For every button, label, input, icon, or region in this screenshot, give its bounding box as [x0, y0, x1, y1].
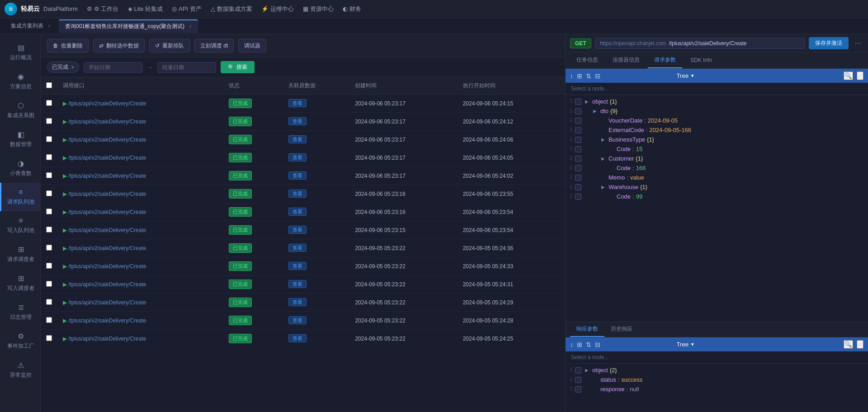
status-filter-remove[interactable]: × [71, 64, 74, 71]
select-all-checkbox[interactable] [46, 82, 52, 88]
tree-checkbox[interactable] [575, 146, 581, 152]
tree-checkbox[interactable] [575, 137, 581, 143]
tree-row[interactable]: ⠿▶ status : success [566, 375, 868, 384]
tree-row[interactable]: ⠿▶ response : null [566, 384, 868, 394]
tree-collapse-btn[interactable]: ⊞ [577, 72, 582, 80]
ref-cell-4[interactable]: 查看 [283, 167, 350, 185]
ref-cell-0[interactable]: 查看 [283, 95, 350, 113]
ref-cell-1[interactable]: 查看 [283, 113, 350, 131]
tree-arrow[interactable]: ▶ [585, 368, 590, 373]
table-row[interactable]: ▶ /tplus/api/v2/saleDelivery/Create 已完成 … [41, 330, 565, 348]
tree-checkbox[interactable] [575, 175, 581, 181]
nav-item-api[interactable]: ◎API 资产 [172, 5, 202, 13]
start-date-input[interactable] [84, 62, 142, 73]
ref-cell-5[interactable]: 查看 [283, 185, 350, 203]
sidebar-item-write-scheduler[interactable]: ⊞ 写入调度者 [0, 269, 40, 298]
nav-item-resource[interactable]: ▦资源中心 [303, 5, 334, 13]
table-row[interactable]: ▶ /tplus/api/v2/saleDelivery/Create 已完成 … [41, 95, 565, 113]
row-checkbox-10[interactable] [46, 281, 52, 287]
nav-item-workbench[interactable]: ⚙⚙ 工作台 [87, 5, 119, 13]
tree-row[interactable]: ⠿▶ dto {9} [566, 106, 868, 116]
ref-cell-7[interactable]: 查看 [283, 221, 350, 239]
row-checkbox-6[interactable] [46, 208, 52, 214]
tree-checkbox[interactable] [575, 386, 581, 393]
status-filter-tag[interactable]: 已完成 × [47, 62, 79, 73]
tree-checkbox[interactable] [575, 194, 581, 200]
data-table-container[interactable]: 调用接口 状态 关联原数据 创建时间 执行开始时间 ▶ /tplus/api/v… [41, 77, 565, 412]
tab-solution-detail[interactable]: 查询001帐套销售出库对接畅捷通_copy(聚合测试) × [59, 19, 198, 33]
nav-item-finance[interactable]: ◐财务 [343, 5, 361, 13]
row-checkbox-2[interactable] [46, 136, 52, 142]
sidebar-item-event[interactable]: ⚙ 事件加工厂 [0, 327, 40, 355]
resp-collapse-btn[interactable]: ⊞ [577, 341, 582, 348]
schedule-dt-button[interactable]: 立刻调度 dt [194, 39, 234, 52]
nav-item-lite[interactable]: ◈Lite 轻集成 [128, 5, 163, 13]
resp-filter-btn[interactable]: ⊟ [595, 341, 600, 348]
ref-cell-9[interactable]: 查看 [283, 257, 350, 275]
table-row[interactable]: ▶ /tplus/api/v2/saleDelivery/Create 已完成 … [41, 167, 565, 185]
tab-sdk-info[interactable]: SDK Info [684, 53, 718, 68]
tab-close-0[interactable]: × [48, 24, 51, 28]
ref-cell-8[interactable]: 查看 [283, 239, 350, 257]
tab-connector-info[interactable]: 连接器信息 [606, 52, 646, 68]
tree-row[interactable]: ⠿▶ VoucherDate : 2024-09-05 [566, 116, 868, 125]
tree-filter-btn[interactable]: ⊟ [595, 72, 600, 80]
tree-checkbox[interactable] [575, 165, 581, 171]
table-row[interactable]: ▶ /tplus/api/v2/saleDelivery/Create 已完成 … [41, 312, 565, 330]
ref-cell-6[interactable]: 查看 [283, 203, 350, 221]
tree-arrow[interactable]: ▶ [601, 185, 607, 189]
table-row[interactable]: ▶ /tplus/api/v2/saleDelivery/Create 已完成 … [41, 203, 565, 221]
tree-row[interactable]: ⠿▶ Code : 166 [566, 163, 868, 173]
sidebar-item-write-queue[interactable]: ≡ 写入队列池 [0, 211, 40, 240]
more-options-button[interactable]: ··· [852, 39, 863, 47]
save-activate-button[interactable]: 保存并激活 [809, 37, 849, 49]
tab-close-1[interactable]: × [189, 24, 192, 29]
tree-checkbox[interactable] [575, 367, 581, 374]
ref-cell-10[interactable]: 查看 [283, 275, 350, 294]
search-button[interactable]: 🔍 搜索 [221, 61, 255, 73]
nav-item-ops[interactable]: ⚡运维中心 [261, 5, 294, 13]
toggle-select-button[interactable]: ⇄ 翻转选中数据 [93, 39, 145, 52]
batch-delete-button[interactable]: 🗑 批量删除 [47, 39, 89, 52]
resp-sort-btn[interactable]: ⇅ [586, 341, 591, 348]
sidebar-item-req-queue[interactable]: ≡ 请求队列池 [0, 183, 40, 211]
tab-solution-list[interactable]: 集成方案列表 × [5, 19, 57, 33]
tab-response-params[interactable]: 响应参数 [570, 322, 604, 337]
tree-search-btn[interactable]: 🔍 [844, 71, 853, 80]
table-row[interactable]: ▶ /tplus/api/v2/saleDelivery/Create 已完成 … [41, 185, 565, 203]
table-row[interactable]: ▶ /tplus/api/v2/saleDelivery/Create 已完成 … [41, 221, 565, 239]
table-row[interactable]: ▶ /tplus/api/v2/saleDelivery/Create 已完成 … [41, 149, 565, 167]
tree-checkbox[interactable] [575, 127, 581, 133]
tree-checkbox[interactable] [575, 99, 581, 105]
tree-arrow[interactable]: ▶ [601, 156, 607, 161]
tree-checkbox[interactable] [575, 108, 581, 114]
tree-row[interactable]: ⠿▶ Code : 99 [566, 192, 868, 201]
tab-history-response[interactable]: 历史响应 [604, 322, 639, 337]
tree-row[interactable]: ⠿▶ BusinessType {1} [566, 135, 868, 144]
table-row[interactable]: ▶ /tplus/api/v2/saleDelivery/Create 已完成 … [41, 257, 565, 275]
sidebar-item-data[interactable]: ◧ 数据管理 [0, 125, 40, 154]
sidebar-item-info[interactable]: ◉ 方案信息 [0, 67, 40, 96]
sidebar-item-stats[interactable]: ◑ 小青查数 [0, 154, 40, 183]
table-row[interactable]: ▶ /tplus/api/v2/saleDelivery/Create 已完成 … [41, 275, 565, 294]
row-checkbox-3[interactable] [46, 154, 52, 160]
tree-arrow[interactable]: ▶ [593, 109, 599, 114]
end-date-input[interactable] [157, 62, 216, 73]
tab-task-info[interactable]: 任务信息 [570, 52, 604, 68]
ref-cell-3[interactable]: 查看 [283, 149, 350, 167]
tree-arrow[interactable]: ▶ [585, 99, 590, 104]
tree-row[interactable]: ⠿▶ ExternalCode : 2024-09-05-166 [566, 125, 868, 135]
tree-checkbox[interactable] [575, 184, 581, 190]
tree-row[interactable]: ⠿▶ Code : 15 [566, 144, 868, 154]
resp-search-btn[interactable]: 🔍 [844, 340, 853, 349]
tree-checkbox[interactable] [575, 377, 581, 383]
row-checkbox-12[interactable] [46, 317, 52, 323]
table-row[interactable]: ▶ /tplus/api/v2/saleDelivery/Create 已完成 … [41, 113, 565, 131]
row-checkbox-7[interactable] [46, 227, 52, 232]
tree-checkbox[interactable] [575, 156, 581, 162]
row-checkbox-11[interactable] [46, 299, 52, 305]
sidebar-item-req-scheduler[interactable]: ⊞ 请求调度者 [0, 240, 40, 269]
ref-cell-12[interactable]: 查看 [283, 312, 350, 330]
sidebar-item-overview[interactable]: ▤ 运行概况 [0, 38, 40, 67]
sidebar-item-diagram[interactable]: ⬡ 集成关系图 [0, 96, 40, 125]
